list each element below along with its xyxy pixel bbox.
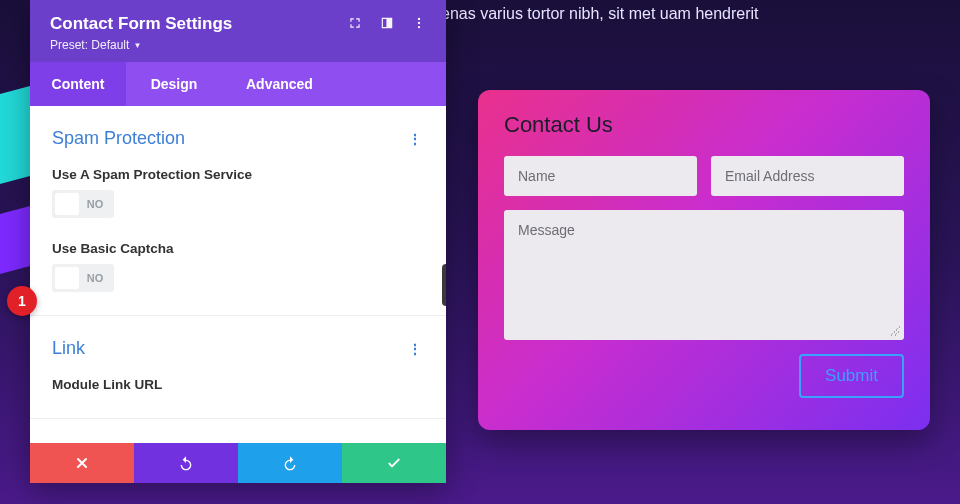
undo-icon xyxy=(178,455,194,471)
option-module-link-url: Module Link URL xyxy=(52,377,424,392)
close-icon xyxy=(74,455,90,471)
section-title: Spam Protection xyxy=(52,128,185,149)
check-icon xyxy=(386,455,402,471)
svg-point-2 xyxy=(418,26,420,28)
panel-header[interactable]: Contact Form Settings Preset: Default ▼ xyxy=(30,0,446,62)
toggle-basic-captcha[interactable]: NO xyxy=(52,264,114,292)
toggle-knob xyxy=(55,267,79,289)
submit-button[interactable]: Submit xyxy=(799,354,904,398)
option-label: Use A Spam Protection Service xyxy=(52,167,424,182)
step-badge: 1 xyxy=(7,286,37,316)
preset-selector[interactable]: Preset: Default ▼ xyxy=(50,38,232,52)
option-basic-captcha: Use Basic Captcha NO xyxy=(52,241,424,293)
name-field[interactable]: Name xyxy=(504,156,697,196)
tab-advanced[interactable]: Advanced xyxy=(222,62,446,106)
snap-icon[interactable] xyxy=(380,16,394,33)
save-button[interactable] xyxy=(342,443,446,483)
email-field[interactable]: Email Address xyxy=(711,156,904,196)
toggle-knob xyxy=(55,193,79,215)
panel-tabs: Content Design Advanced xyxy=(30,62,446,106)
message-field[interactable]: Message xyxy=(504,210,904,340)
form-title: Contact Us xyxy=(504,112,904,138)
toggle-state: NO xyxy=(79,198,111,210)
settings-panel: Contact Form Settings Preset: Default ▼ … xyxy=(30,0,446,483)
contact-form-preview: Contact Us Name Email Address Message Su… xyxy=(478,90,930,430)
svg-point-0 xyxy=(418,18,420,20)
toggle-spam-service[interactable]: NO xyxy=(52,190,114,218)
expand-icon[interactable] xyxy=(348,16,362,33)
toggle-state: NO xyxy=(79,272,111,284)
svg-point-1 xyxy=(418,22,420,24)
redo-icon xyxy=(282,455,298,471)
option-spam-service: Use A Spam Protection Service NO xyxy=(52,167,424,219)
undo-button[interactable] xyxy=(134,443,238,483)
option-label: Use Basic Captcha xyxy=(52,241,424,256)
more-icon[interactable] xyxy=(412,16,426,33)
option-label: Module Link URL xyxy=(52,377,424,392)
scrollbar-thumb[interactable] xyxy=(442,264,446,306)
chevron-down-icon: ▼ xyxy=(133,41,141,50)
tab-content[interactable]: Content xyxy=(30,62,126,106)
section-title: Link xyxy=(52,338,85,359)
section-spam-protection: Spam Protection ⋮ Use A Spam Protection … xyxy=(30,106,446,316)
tab-design[interactable]: Design xyxy=(126,62,222,106)
section-menu-icon[interactable]: ⋮ xyxy=(408,131,424,147)
section-link: Link ⋮ Module Link URL xyxy=(30,316,446,419)
panel-footer xyxy=(30,443,446,483)
preset-label: Preset: Default xyxy=(50,38,129,52)
decorative-shape xyxy=(0,86,30,184)
cancel-button[interactable] xyxy=(30,443,134,483)
section-menu-icon[interactable]: ⋮ xyxy=(408,341,424,357)
panel-body: Spam Protection ⋮ Use A Spam Protection … xyxy=(30,106,446,443)
panel-title: Contact Form Settings xyxy=(50,14,232,34)
redo-button[interactable] xyxy=(238,443,342,483)
decorative-shape xyxy=(0,206,30,274)
